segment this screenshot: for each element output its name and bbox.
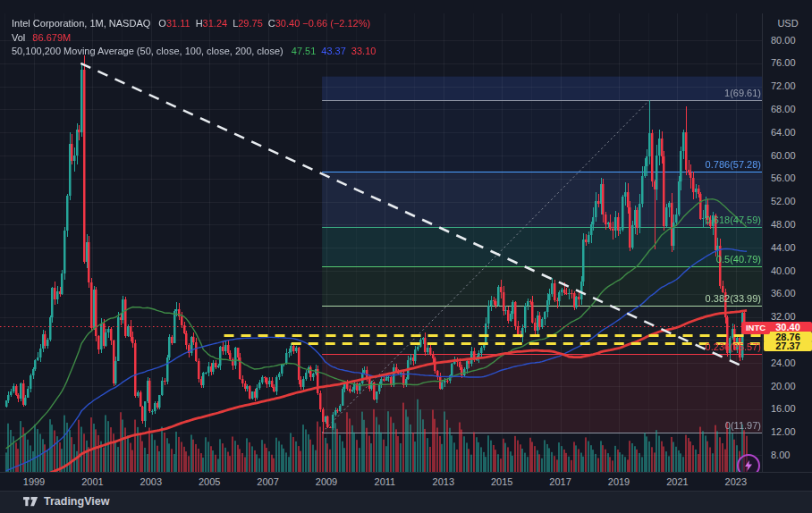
price-tick-label: 80.00 bbox=[771, 35, 796, 46]
fib-level-label: 0(11.97) bbox=[725, 420, 761, 431]
ohlc-value: 31.11 bbox=[166, 18, 190, 29]
year-tick-label: 2003 bbox=[140, 476, 162, 487]
year-tick-label: 2021 bbox=[666, 476, 688, 487]
tradingview-logo-text: TradingView bbox=[44, 495, 109, 508]
fib-level-label: 0.786(57.28) bbox=[706, 159, 761, 170]
year-tick-label: 2007 bbox=[257, 476, 278, 487]
year-tick-label: 2013 bbox=[433, 476, 454, 487]
price-chart-canvas[interactable] bbox=[0, 0, 812, 513]
ma-current-value: 33.10 bbox=[351, 46, 376, 56]
ohlc-letter: H bbox=[196, 18, 203, 29]
fib-level-label: 0.382(33.99) bbox=[706, 293, 761, 304]
price-tick-label: 16.00 bbox=[771, 403, 796, 414]
ohlc-letter: O bbox=[158, 18, 166, 29]
tradingview-chart-window: danielschonberger1988 freigegeben für Tr… bbox=[0, 0, 812, 513]
ohlc-values: O31.11H31.24L29.75C30.40 bbox=[153, 18, 300, 29]
price-tick-label: 60.00 bbox=[771, 150, 796, 161]
price-tick-label: 36.00 bbox=[771, 288, 796, 299]
price-tick-label: 76.00 bbox=[771, 57, 796, 68]
price-tick-label: 72.00 bbox=[771, 80, 796, 91]
symbol-price-pill: INTC bbox=[741, 322, 770, 334]
fib-level-label: 0.236(25.57) bbox=[706, 341, 761, 352]
last-price-tag: 30.40 bbox=[764, 322, 812, 332]
volume-label: Vol bbox=[12, 32, 25, 43]
fib-level-label: 1(69.61) bbox=[724, 88, 761, 98]
fib-level-label: 0.618(47.59) bbox=[706, 214, 761, 225]
price-tick-label: 64.00 bbox=[771, 127, 796, 138]
legend-volume-row[interactable]: Vol 86.679M bbox=[12, 31, 376, 46]
bottom-toolbar: TradingView bbox=[0, 491, 812, 513]
price-tick-label: 68.00 bbox=[771, 104, 796, 114]
year-tick-label: 2005 bbox=[199, 476, 220, 487]
legend-ma-row[interactable]: 50,100,200 Moving Average (50, close, 10… bbox=[12, 45, 376, 59]
year-tick-label: 2001 bbox=[81, 476, 103, 487]
volume-value: 86.679M bbox=[32, 32, 71, 43]
lightning-bolt-icon bbox=[744, 460, 753, 471]
ma-label: 50,100,200 Moving Average (50, close, 10… bbox=[12, 46, 283, 56]
price-tick-label: 32.00 bbox=[771, 311, 796, 322]
symbol-title: Intel Corporation, 1M, NASDAQ bbox=[12, 18, 150, 29]
year-tick-label: 2017 bbox=[549, 476, 571, 487]
year-tick-label: 1999 bbox=[23, 476, 45, 487]
year-tick-label: 2015 bbox=[491, 476, 512, 487]
ohlc-value: 29.75 bbox=[238, 18, 263, 29]
ma-values: 47.5143.3733.10 bbox=[286, 46, 376, 56]
change-value: −0.66 (−2.12%) bbox=[302, 18, 370, 29]
year-tick-label: 2023 bbox=[725, 476, 747, 487]
price-tick-label: 40.00 bbox=[771, 265, 796, 276]
price-tick-label: 44.00 bbox=[771, 242, 796, 253]
price-axis[interactable]: USD 80.0076.0072.0068.0064.0060.0056.005… bbox=[762, 13, 812, 472]
alert-price-tag: 27.37 bbox=[764, 341, 812, 351]
legend-symbol-row[interactable]: Intel Corporation, 1M, NASDAQ O31.11H31.… bbox=[12, 17, 376, 31]
price-tick-label: 56.00 bbox=[771, 172, 796, 183]
ohlc-value: 31.24 bbox=[203, 18, 228, 29]
price-tick-label: 8.00 bbox=[771, 450, 790, 460]
price-tick-label: 20.00 bbox=[771, 381, 796, 391]
currency-label: USD bbox=[763, 18, 812, 29]
price-tick-label: 24.00 bbox=[771, 357, 796, 368]
tradingview-logo-icon bbox=[23, 496, 38, 508]
price-tick-label: 48.00 bbox=[771, 219, 796, 230]
fib-level-label: 0.5(40.79) bbox=[716, 254, 761, 265]
tradingview-logo[interactable]: TradingView bbox=[23, 495, 109, 508]
time-axis[interactable]: 1999200120032005200720092011201320152017… bbox=[0, 472, 812, 492]
ohlc-value: 30.40 bbox=[275, 18, 300, 29]
price-tick-label: 12.00 bbox=[771, 426, 796, 437]
ma-current-value: 43.37 bbox=[321, 46, 346, 56]
price-tick-label: 52.00 bbox=[771, 196, 796, 206]
year-tick-label: 2009 bbox=[316, 476, 337, 487]
chart-legend: Intel Corporation, 1M, NASDAQ O31.11H31.… bbox=[12, 17, 376, 59]
ohlc-letter: C bbox=[268, 18, 275, 29]
year-tick-label: 2019 bbox=[608, 476, 630, 487]
year-tick-label: 2011 bbox=[375, 476, 396, 487]
ma-current-value: 47.51 bbox=[292, 46, 317, 56]
